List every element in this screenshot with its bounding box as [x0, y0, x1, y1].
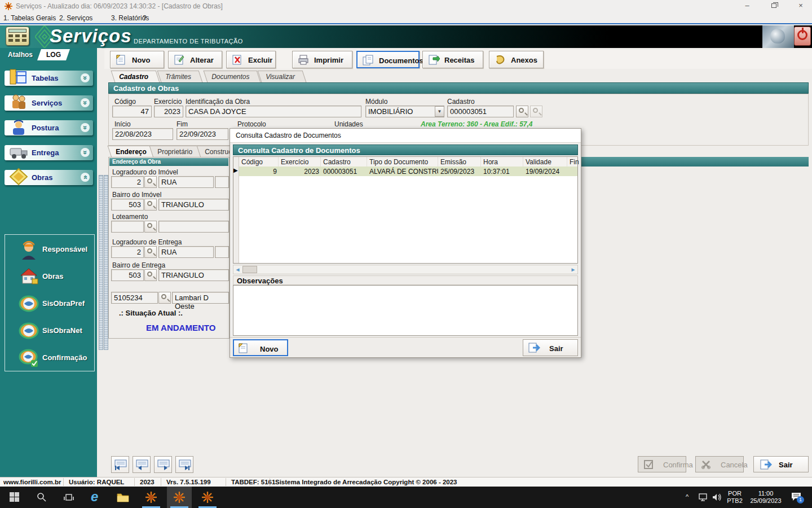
close-button[interactable]: ×	[792, 1, 809, 11]
tab-tramites[interactable]: Trâmites	[157, 71, 203, 82]
tab-documentos[interactable]: Documentos	[204, 71, 261, 82]
sidebar-item-servicos[interactable]: Serviços »	[5, 95, 93, 111]
task-view-button[interactable]	[56, 487, 81, 508]
log-button[interactable]: LOG	[37, 49, 70, 60]
fiorilli-app-button-2[interactable]	[167, 487, 192, 508]
sidebar-item-obras-sub[interactable]: Obras	[7, 264, 92, 289]
inicio-field[interactable]: 22/08/2023	[112, 128, 173, 140]
sidebar-item-postura[interactable]: Postura »	[5, 120, 93, 135]
clock[interactable]: 11:0025/09/2023	[745, 490, 786, 505]
cadastro-field[interactable]: 000003051	[447, 106, 514, 117]
nav-prev-button[interactable]	[133, 456, 151, 473]
left-scrollbar-2[interactable]	[104, 175, 108, 350]
loteamento-search[interactable]	[144, 221, 157, 233]
logradouro-entrega-value[interactable]: RUA	[158, 246, 214, 258]
loteamento-value[interactable]	[158, 221, 229, 233]
scrollbar-thumb[interactable]	[242, 266, 257, 273]
bairro-entrega-search[interactable]	[144, 269, 157, 281]
unidades-label: Unidades	[334, 120, 363, 128]
receitas-button[interactable]: Receitas	[422, 51, 483, 68]
documentos-button[interactable]: Documentos	[356, 51, 420, 68]
logradouro-imovel-search[interactable]	[144, 176, 157, 188]
horizontal-scrollbar[interactable]: ◄ ►	[233, 265, 578, 274]
fim-field[interactable]: 22/09/2023	[176, 128, 228, 140]
loteamento-code[interactable]	[111, 221, 144, 233]
dialog-sair-button[interactable]: Sair	[523, 339, 578, 356]
fiorilli-app-button-1[interactable]	[139, 487, 164, 508]
sidebar-item-confirmacao[interactable]: Confirmação	[7, 345, 92, 370]
truck-icon	[8, 142, 29, 162]
start-button[interactable]	[2, 487, 27, 508]
restore-button[interactable]	[766, 1, 783, 11]
menu-tabelas-gerais[interactable]: 1. Tabelas Gerais	[3, 14, 56, 22]
bairro-imovel-value[interactable]: TRIANGULO	[158, 199, 229, 211]
cadastro-goto-button[interactable]	[530, 106, 542, 117]
logradouro-entrega-extra[interactable]	[215, 246, 229, 258]
sidebar: Atalhos LOG Tabelas » Serviços » Postura…	[0, 48, 97, 477]
bairro-entrega-value[interactable]: TRIANGULO	[158, 269, 229, 281]
fiorilli-app-button-3[interactable]	[195, 487, 220, 508]
file-explorer-button[interactable]	[111, 487, 135, 508]
menu-help[interactable]: ?	[143, 14, 147, 22]
documents-grid[interactable]: ▶ Código Exercício Cadastro Tipo do Docu…	[233, 156, 578, 264]
sidebar-item-responsavel[interactable]: Responsável	[7, 237, 92, 262]
table-row[interactable]: 9 2023 000003051 ALVARÁ DE CONSTRUÇ 25/0…	[239, 167, 577, 176]
notifications-button[interactable]: 1	[791, 492, 802, 502]
bairro-entrega-code[interactable]: 503	[111, 269, 144, 281]
confirma-button[interactable]: Confirma	[638, 456, 686, 472]
language-indicator[interactable]: PORPTB2	[725, 490, 744, 505]
sidebar-item-entrega[interactable]: Entrega »	[5, 145, 93, 160]
status-copyright: Sistema Integrado de Arrecadação Copyrig…	[275, 479, 457, 485]
imprimir-button[interactable]: Imprimir	[292, 51, 352, 68]
observacoes-textarea[interactable]	[233, 285, 578, 336]
minimize-button[interactable]: –	[739, 1, 756, 11]
cidade-code[interactable]: 5105234	[111, 292, 158, 304]
bairro-imovel-search[interactable]	[144, 199, 157, 211]
codigo-field[interactable]: 47	[112, 106, 152, 117]
tab-visualizar[interactable]: Visualizar	[258, 71, 307, 82]
left-scrollbar[interactable]	[99, 175, 103, 350]
tray-chevron-icon[interactable]: ^	[686, 493, 689, 500]
logradouro-imovel-code[interactable]: 2	[111, 176, 144, 188]
cancela-button[interactable]: Cancela	[695, 456, 744, 472]
alterar-button[interactable]: Alterar	[168, 51, 222, 68]
exercicio-field[interactable]: 2023	[154, 106, 183, 117]
logradouro-entrega-search[interactable]	[144, 246, 157, 258]
sidebar-item-sisobranet[interactable]: SisObraNet	[7, 318, 92, 343]
sidebar-item-obras[interactable]: Obras »	[5, 170, 93, 185]
nav-last-button[interactable]	[175, 456, 193, 473]
excluir-button[interactable]: Excluir	[226, 51, 276, 68]
observacoes-label: Observações	[233, 275, 578, 285]
cadastro-search-button[interactable]	[516, 106, 528, 117]
cidade-search[interactable]	[158, 292, 171, 304]
scroll-right-icon[interactable]: ►	[569, 266, 577, 273]
tab-cadastro[interactable]: Cadastro	[111, 71, 160, 82]
cidade-value[interactable]: Lambari D Oeste	[172, 292, 229, 304]
logradouro-imovel-value[interactable]: RUA	[158, 176, 214, 188]
nav-first-button[interactable]	[111, 456, 129, 473]
modulo-select[interactable]: IMOBILIÁRIO	[365, 106, 444, 117]
nav-next-button[interactable]	[154, 456, 172, 473]
bairro-imovel-code[interactable]: 503	[111, 199, 144, 211]
logradouro-entrega-code[interactable]: 2	[111, 246, 144, 258]
dialog-novo-button[interactable]: Novo	[233, 339, 288, 356]
power-button[interactable]	[794, 27, 811, 46]
sidebar-item-tabelas[interactable]: Tabelas »	[5, 71, 93, 86]
inicio-label: Início	[114, 120, 131, 128]
network-icon[interactable]	[698, 493, 709, 502]
logradouro-imovel-extra[interactable]	[215, 176, 229, 188]
modulo-dropdown-icon[interactable]: ▼	[435, 106, 444, 117]
tab-proprietario[interactable]: Proprietário	[149, 146, 204, 157]
exit-icon	[760, 459, 772, 470]
scroll-left-icon[interactable]: ◄	[233, 266, 242, 273]
anexos-button[interactable]: Anexos	[489, 51, 544, 68]
footer-sair-button[interactable]: Sair	[753, 456, 809, 472]
identificacao-field[interactable]: CASA DA JOYCE	[186, 106, 361, 117]
new-document-icon	[115, 54, 127, 65]
novo-button[interactable]: Novo	[110, 51, 164, 68]
internet-explorer-button[interactable]: e	[83, 487, 108, 508]
speaker-icon[interactable]	[712, 493, 723, 502]
taskbar-search-button[interactable]	[29, 487, 54, 508]
menu-servicos[interactable]: 2. Serviços	[59, 14, 92, 22]
sidebar-item-sisobrapref[interactable]: SisObraPref	[7, 291, 92, 316]
